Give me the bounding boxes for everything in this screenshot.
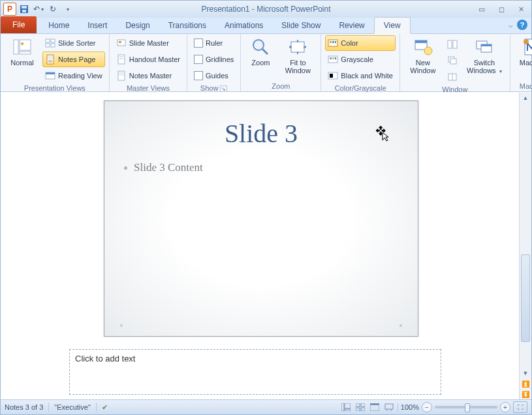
switch-windows-icon: [474, 37, 495, 57]
svg-rect-12: [48, 55, 53, 59]
view-slideshow-button[interactable]: [383, 402, 395, 412]
black-and-white-button[interactable]: Black and White: [325, 68, 395, 84]
svg-rect-55: [345, 409, 351, 411]
macros-icon: [521, 37, 532, 57]
svg-rect-59: [361, 408, 365, 411]
zoom-slider-thumb[interactable]: [465, 403, 470, 412]
close-button[interactable]: ✕: [513, 4, 529, 14]
ribbon-minimize-icon[interactable]: ⌵: [509, 21, 513, 29]
ruler-checkbox[interactable]: Ruler: [191, 35, 236, 51]
view-sorter-button[interactable]: [354, 402, 366, 412]
svg-rect-21: [121, 56, 123, 57]
svg-rect-1: [22, 6, 27, 8]
view-reading-button[interactable]: [369, 402, 381, 412]
checkbox-icon: [194, 71, 203, 80]
status-bar: Notes 3 of 3 "Executive" ✔ 100% − + ⛶: [1, 399, 531, 414]
scroll-down-button[interactable]: ▼: [520, 368, 531, 378]
tab-design[interactable]: Design: [116, 18, 159, 33]
notes-master-button[interactable]: Notes Master: [114, 68, 183, 84]
help-button[interactable]: ?: [517, 20, 527, 30]
svg-rect-5: [20, 52, 31, 54]
svg-rect-34: [330, 57, 332, 59]
notes-page-button[interactable]: Notes Page: [42, 52, 105, 67]
qat-customize[interactable]: ▾: [61, 3, 74, 16]
handout-master-button[interactable]: Handout Master: [114, 52, 183, 67]
color-button[interactable]: Color: [325, 35, 395, 51]
window-controls: ▭ ◻ ✕: [474, 4, 529, 14]
svg-point-41: [424, 47, 432, 55]
svg-rect-50: [481, 44, 492, 46]
svg-rect-42: [448, 40, 452, 48]
svg-rect-58: [356, 408, 360, 411]
svg-rect-57: [361, 403, 365, 407]
zoom-button[interactable]: Zoom: [245, 35, 276, 68]
cascade-button[interactable]: [445, 53, 460, 69]
svg-rect-31: [332, 41, 334, 43]
minimize-button[interactable]: ▭: [474, 4, 490, 14]
zoom-out-button[interactable]: −: [422, 402, 432, 412]
tab-file[interactable]: File: [1, 16, 37, 33]
footer-dot-right: [399, 324, 402, 327]
tab-review[interactable]: Review: [330, 18, 373, 33]
svg-rect-20: [119, 56, 121, 57]
slide-sorter-icon: [45, 38, 55, 48]
grayscale-button[interactable]: Grayscale: [325, 52, 395, 67]
prev-slide-button[interactable]: ⏫: [520, 378, 531, 389]
zoom-in-button[interactable]: +: [500, 402, 510, 412]
svg-rect-36: [335, 57, 336, 59]
canvas[interactable]: Slide 3 Slide 3 Content Click to add tex…: [1, 93, 519, 399]
svg-rect-16: [46, 72, 55, 74]
checkbox-icon: [194, 55, 203, 64]
handout-master-icon: [116, 54, 127, 65]
tab-animations[interactable]: Animations: [215, 18, 272, 33]
tab-slideshow[interactable]: Slide Show: [272, 18, 330, 33]
macros-button[interactable]: Macros: [514, 35, 532, 68]
tab-transitions[interactable]: Transitions: [159, 18, 215, 33]
arrange-all-icon: [447, 39, 458, 50]
tab-view[interactable]: View: [374, 17, 411, 34]
status-notes: Notes 3 of 3: [5, 403, 43, 411]
slide-master-icon: [116, 38, 127, 48]
undo-button[interactable]: ↶▾: [32, 3, 45, 16]
new-window-button[interactable]: New Window: [404, 35, 442, 76]
zoom-fit-button[interactable]: ⛶: [513, 401, 527, 413]
ribbon-tabs: File Home Insert Design Transitions Anim…: [1, 18, 531, 34]
slide-master-button[interactable]: Slide Master: [114, 35, 183, 51]
move-split-icon: [447, 72, 458, 82]
fit-to-window-button[interactable]: Fit to Window: [279, 35, 317, 76]
svg-rect-19: [118, 55, 125, 64]
svg-rect-2: [22, 10, 26, 12]
status-theme: "Executive": [54, 403, 91, 411]
gridlines-checkbox[interactable]: Gridlines: [191, 52, 236, 67]
group-master-views: Slide Master Handout Master Notes Master…: [110, 34, 187, 91]
checkbox-icon: [194, 38, 203, 48]
svg-rect-18: [119, 41, 121, 43]
maximize-button[interactable]: ◻: [493, 4, 509, 14]
zoom-percent[interactable]: 100%: [401, 403, 419, 411]
save-button[interactable]: [18, 3, 31, 16]
slide-sorter-button[interactable]: Slide Sorter: [42, 35, 105, 51]
scroll-thumb[interactable]: [521, 254, 530, 342]
next-slide-button[interactable]: ⏬: [520, 389, 531, 399]
svg-rect-7: [46, 39, 50, 42]
guides-checkbox[interactable]: Guides: [191, 68, 236, 84]
arrange-all-button[interactable]: [445, 37, 460, 52]
tab-home[interactable]: Home: [39, 18, 78, 33]
reading-view-button[interactable]: Reading View: [42, 68, 105, 84]
normal-button[interactable]: Normal: [5, 35, 40, 68]
move-split-button[interactable]: [445, 69, 460, 85]
zoom-slider[interactable]: [435, 406, 497, 408]
ribbon: Normal Slide Sorter Notes Page Reading V…: [1, 34, 531, 92]
redo-button[interactable]: ↻: [46, 3, 59, 16]
spellcheck-icon[interactable]: ✔: [102, 403, 108, 412]
switch-windows-button[interactable]: Switch Windows ▾: [463, 35, 506, 77]
vertical-scrollbar[interactable]: ▲ ▼ ⏫ ⏬: [519, 93, 531, 399]
workspace: Slide 3 Slide 3 Content Click to add tex…: [1, 92, 531, 399]
slide-preview[interactable]: Slide 3 Slide 3 Content: [104, 100, 418, 337]
scroll-up-button[interactable]: ▲: [520, 93, 531, 103]
svg-rect-35: [332, 57, 334, 59]
notes-textbox[interactable]: Click to add text: [70, 350, 441, 394]
tab-insert[interactable]: Insert: [78, 18, 116, 33]
svg-rect-43: [453, 40, 457, 48]
view-normal-button[interactable]: [340, 402, 352, 412]
